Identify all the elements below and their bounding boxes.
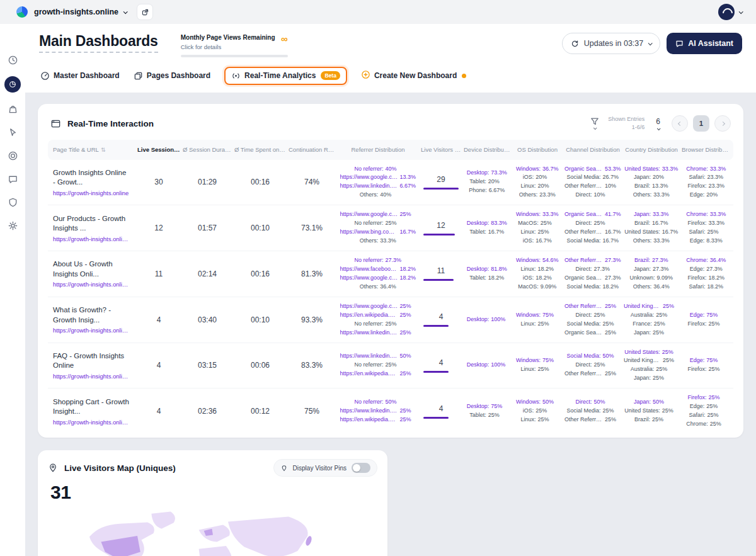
tab-pages-dashboard[interactable]: Pages Dashboard — [134, 71, 210, 81]
cell-page: Shopping Cart - Growth Insight...https:/… — [48, 397, 136, 426]
cell-device-distribution: Desktop:83.3%Tablet:16.7% — [462, 219, 512, 237]
cell-session-duration: 02:14 — [181, 269, 233, 278]
table-row[interactable]: Shopping Cart - Growth Insight...https:/… — [48, 389, 733, 434]
table-header-row: Page Title & URL⇅Live Sessions (N...Ø Se… — [48, 140, 733, 160]
cell-live-visitors: 11 — [420, 266, 462, 281]
cell-channel-distribution: Direct:50%Social Media:25%Other Referral… — [563, 398, 622, 424]
cell-browser-distribution: Chrome:33.3%Firefox:33.3%Safari:25%Edge:… — [680, 210, 732, 246]
domain-selector[interactable]: growth-insights.online — [34, 8, 127, 16]
dashboard-tabs: Master Dashboard Pages Dashboard Real-Ti… — [39, 67, 742, 85]
tab-label: Master Dashboard — [54, 71, 120, 80]
history-icon[interactable] — [6, 53, 20, 67]
prev-page-button[interactable] — [672, 115, 688, 132]
gear-icon[interactable] — [6, 218, 20, 232]
cell-page: Our Products - Growth Insights ...https:… — [48, 214, 136, 242]
cell-session-duration: 02:36 — [181, 407, 233, 416]
cell-channel-distribution: Other Referrals:27.3%Direct:27.3%Organic… — [563, 256, 622, 292]
tab-master-dashboard[interactable]: Master Dashboard — [40, 71, 120, 81]
page-size-select[interactable]: 6 — [653, 117, 663, 130]
gauge-icon — [40, 71, 50, 81]
updates-button[interactable]: Updates in 03:37 — [562, 33, 661, 54]
column-header[interactable]: Live Sessions (N... — [136, 142, 181, 157]
page-url-link[interactable]: https://growth-insights.online/wh... — [53, 327, 130, 334]
beta-badge: Beta — [321, 71, 340, 80]
column-header[interactable]: Live Visitors (Non-... — [420, 142, 462, 157]
ai-assistant-label: AI Assistant — [688, 39, 733, 48]
column-header[interactable]: OS Distribution — [512, 142, 563, 157]
open-site-button[interactable] — [137, 4, 153, 20]
cell-device-distribution: Desktop:100% — [462, 315, 512, 324]
cell-os-distribution: Windows:75%Linux:25% — [512, 356, 563, 374]
cell-live-sessions: 12 — [136, 224, 181, 232]
page-title-text: FAQ - Growth Insights Online — [53, 351, 130, 371]
cell-live-visitors: 29 — [420, 175, 462, 190]
cell-referrer-distribution: No referrer:40%https://www.google.com...… — [336, 165, 420, 200]
page-title-text: Our Products - Growth Insights ... — [53, 214, 130, 234]
cell-session-duration: 03:15 — [181, 361, 233, 370]
page-url-link[interactable]: https://growth-insights.online/our... — [53, 235, 130, 242]
quota-progress-bar — [181, 55, 288, 57]
chat-bubble-icon[interactable] — [6, 172, 20, 186]
table-row[interactable]: Our Products - Growth Insights ...https:… — [48, 205, 733, 251]
cell-continuation-rate: 93.3% — [287, 315, 336, 324]
ai-assistant-button[interactable]: AI Assistant — [667, 33, 742, 54]
column-header[interactable]: Page Title & URL⇅ — [48, 142, 136, 157]
cell-channel-distribution: Organic Search:41.7%Direct:25%Other Refe… — [563, 210, 622, 246]
cursor-icon[interactable] — [6, 125, 20, 139]
tab-label: Real-Time Analytics — [244, 71, 316, 80]
shopping-bag-icon[interactable] — [6, 102, 20, 116]
cell-device-distribution: Desktop:100% — [462, 361, 512, 370]
updates-label: Updates in 03:37 — [584, 39, 644, 48]
page-url-link[interactable]: https://growth-insights.online/our... — [53, 419, 130, 426]
table-row[interactable]: FAQ - Growth Insights Onlinehttps://grow… — [48, 343, 733, 389]
dashboards-icon[interactable] — [4, 76, 21, 93]
column-header[interactable]: Continuation Rate⇅ — [287, 142, 336, 157]
column-header[interactable]: Channel Distribution — [563, 142, 622, 157]
column-header[interactable]: Ø Time Spent on Pa...⇅ — [233, 142, 287, 157]
visitor-pins-control: Display Visitor Pins — [273, 459, 377, 477]
table-row[interactable]: About Us - Growth Insights Onli...https:… — [48, 251, 733, 297]
column-header[interactable]: Ø Session Duration⇅ — [181, 142, 233, 157]
chevron-right-icon — [720, 121, 724, 125]
cell-time-on-page: 00:16 — [233, 269, 287, 278]
cell-continuation-rate: 74% — [287, 178, 336, 186]
quota-label: Monthly Page Views Remaining — [181, 34, 275, 42]
live-visitors-bar — [423, 234, 455, 235]
shield-icon[interactable] — [6, 195, 20, 209]
cell-browser-distribution: Chrome:33.3%Safari:23.3%Firefox:23.3%Edg… — [680, 165, 732, 200]
page-url-link[interactable]: https://growth-insights.online — [53, 190, 130, 196]
column-header[interactable]: Browser Distribution — [680, 142, 732, 157]
table-body: Growth Insights Online - Growt...https:/… — [48, 160, 733, 434]
sidebar — [0, 24, 25, 556]
map-pin-icon — [48, 463, 58, 473]
quota-widget[interactable]: Monthly Page Views Remaining Click for d… — [181, 34, 288, 57]
current-page[interactable]: 1 — [693, 115, 709, 132]
cell-os-distribution: Windows:75%Linux:25% — [512, 311, 563, 329]
account-menu[interactable] — [718, 4, 742, 20]
cell-referrer-distribution: No referrer:27.3%https://www.facebook.c.… — [336, 256, 420, 292]
funnel-icon — [590, 117, 599, 126]
column-header[interactable]: Referrer Distribution — [336, 142, 420, 157]
page-url-link[interactable]: https://growth-insights.online/faq — [53, 373, 130, 380]
visitor-pins-toggle[interactable] — [352, 463, 370, 473]
app-logo — [16, 6, 28, 18]
tab-create-new-dashboard[interactable]: Create New Dashboard — [361, 70, 466, 81]
quota-value: ∞ — [281, 34, 288, 43]
column-header[interactable]: Device Distribution — [462, 142, 512, 157]
page-url-link[interactable]: https://growth-insights.online/ab... — [53, 281, 130, 288]
cell-continuation-rate: 73.1% — [287, 224, 336, 232]
column-header[interactable]: Country Distribution — [622, 142, 680, 157]
tab-realtime-analytics[interactable]: Real-Time Analytics Beta — [224, 67, 347, 85]
chevron-left-icon — [677, 121, 682, 125]
card-title: Real-Time Interaction — [67, 119, 154, 128]
plus-circle-icon — [361, 70, 370, 79]
target-icon[interactable] — [6, 149, 20, 162]
filter-button[interactable] — [590, 117, 599, 130]
realtime-interaction-card: Real-Time Interaction Shown Entries 1-6/… — [38, 104, 743, 438]
table-row[interactable]: What is Growth? - Growth Insig...https:/… — [48, 297, 733, 343]
quota-details-link[interactable]: Click for details — [181, 43, 275, 50]
live-visitors-bar — [423, 371, 449, 373]
table-row[interactable]: Growth Insights Online - Growt...https:/… — [48, 160, 733, 206]
live-visitors-bar — [423, 188, 459, 190]
next-page-button[interactable] — [714, 115, 731, 132]
